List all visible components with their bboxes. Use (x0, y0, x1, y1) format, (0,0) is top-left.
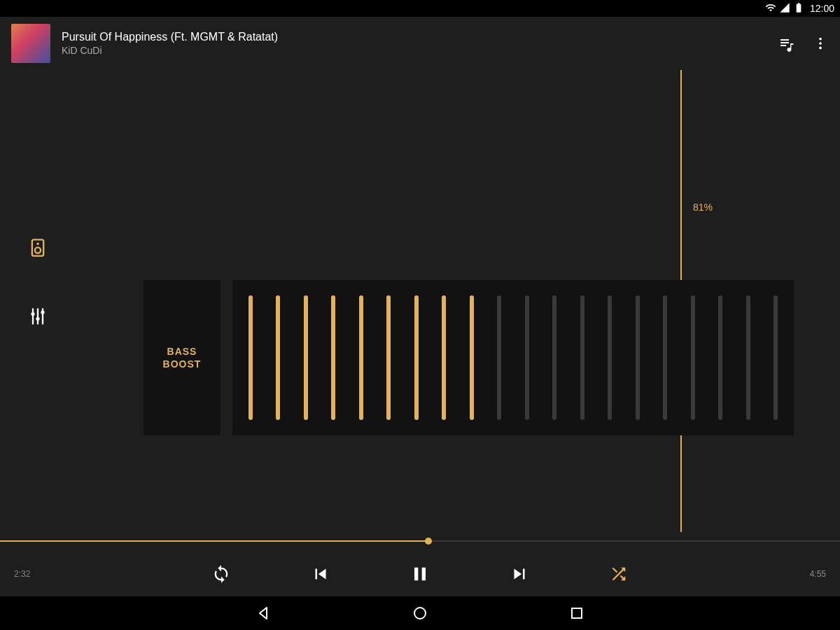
android-nav-bar (0, 596, 840, 630)
svg-point-2 (819, 47, 822, 50)
svg-point-6 (31, 312, 34, 316)
eq-bar (608, 295, 612, 420)
next-button[interactable] (508, 563, 531, 585)
volume-percent-label: 81% (693, 202, 713, 213)
time-elapsed: 2:32 (14, 569, 42, 579)
repeat-button[interactable] (210, 563, 232, 585)
svg-point-9 (414, 608, 426, 619)
nav-back[interactable] (255, 605, 272, 622)
eq-bar (276, 295, 280, 420)
bass-boost-label: BASS BOOST (163, 345, 202, 370)
eq-bar (442, 295, 446, 420)
track-title: Pursuit Of Happiness (Ft. MGMT & Ratatat… (62, 31, 767, 43)
eq-bar (359, 295, 363, 420)
tab-equalizer[interactable] (28, 307, 48, 326)
eq-bar (552, 295, 556, 420)
svg-point-0 (819, 38, 822, 41)
status-time: 12:00 (810, 3, 834, 14)
previous-button[interactable] (309, 563, 332, 585)
progress-thumb[interactable] (425, 538, 432, 545)
eq-bar (525, 295, 529, 420)
eq-bar (663, 295, 667, 420)
battery-icon (793, 2, 804, 15)
progress-bar[interactable] (0, 532, 840, 552)
time-total: 4:55 (798, 569, 826, 579)
eq-bar (497, 295, 501, 420)
nav-recent[interactable] (568, 605, 585, 622)
eq-bar (718, 295, 722, 420)
eq-bar (248, 295, 253, 420)
svg-rect-10 (572, 608, 582, 618)
playback-controls: 2:32 4:55 (0, 552, 840, 596)
album-art[interactable] (11, 24, 50, 63)
eq-bar (414, 295, 419, 420)
side-tabs (28, 238, 48, 326)
status-bar: 12:00 (0, 0, 840, 17)
eq-bar (470, 295, 474, 420)
svg-point-5 (35, 247, 41, 253)
track-info[interactable]: Pursuit Of Happiness (Ft. MGMT & Ratatat… (62, 31, 767, 56)
eq-bar (636, 295, 640, 420)
svg-point-7 (36, 317, 39, 321)
eq-bar (386, 295, 391, 420)
svg-point-1 (819, 42, 822, 45)
progress-fill (0, 540, 428, 542)
pause-button[interactable] (409, 563, 431, 585)
cellular-icon (779, 2, 790, 15)
eq-bar (691, 295, 695, 420)
eq-bar (580, 295, 584, 420)
bass-boost-button[interactable]: BASS BOOST (144, 280, 220, 435)
nav-home[interactable] (412, 605, 428, 622)
track-artist: KiD CuDi (62, 45, 767, 56)
eq-bar (774, 295, 778, 420)
wifi-icon (765, 2, 776, 15)
top-bar: Pursuit Of Happiness (Ft. MGMT & Ratatat… (0, 17, 840, 70)
svg-point-4 (36, 242, 39, 245)
tab-speaker[interactable] (28, 238, 48, 258)
workspace: 81% BASS BOOST (0, 70, 840, 532)
shuffle-button[interactable] (608, 563, 630, 585)
more-button[interactable] (812, 35, 829, 52)
eq-bar (746, 295, 750, 420)
playlist-button[interactable] (778, 35, 795, 52)
eq-bar (331, 295, 335, 420)
eq-bar (304, 295, 308, 420)
equalizer-bars[interactable] (232, 280, 794, 435)
svg-point-8 (41, 311, 44, 314)
